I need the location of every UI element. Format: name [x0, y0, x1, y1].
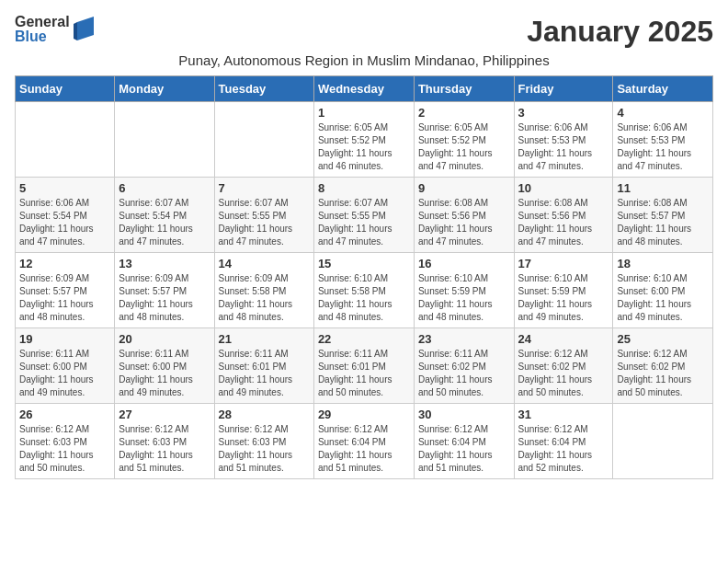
day-info: Sunrise: 6:05 AM Sunset: 5:52 PM Dayligh… — [318, 121, 410, 173]
day-info: Sunrise: 6:12 AM Sunset: 6:04 PM Dayligh… — [318, 423, 410, 475]
calendar-week-3: 12Sunrise: 6:09 AM Sunset: 5:57 PM Dayli… — [16, 253, 713, 328]
day-number: 6 — [119, 181, 210, 195]
logo-blue-text: Blue — [15, 29, 70, 44]
calendar-cell: 15Sunrise: 6:10 AM Sunset: 5:58 PM Dayli… — [313, 253, 414, 328]
calendar-cell: 22Sunrise: 6:11 AM Sunset: 6:01 PM Dayli… — [313, 328, 414, 404]
day-info: Sunrise: 6:10 AM Sunset: 6:00 PM Dayligh… — [617, 272, 709, 324]
day-number: 26 — [19, 408, 110, 421]
day-info: Sunrise: 6:07 AM Sunset: 5:55 PM Dayligh… — [219, 197, 310, 248]
calendar-cell: 13Sunrise: 6:09 AM Sunset: 5:57 PM Dayli… — [115, 253, 214, 328]
column-header-saturday: Saturday — [613, 76, 713, 102]
calendar-week-5: 26Sunrise: 6:12 AM Sunset: 6:03 PM Dayli… — [16, 404, 713, 479]
calendar-cell: 18Sunrise: 6:10 AM Sunset: 6:00 PM Dayli… — [613, 253, 713, 328]
day-info: Sunrise: 6:09 AM Sunset: 5:58 PM Dayligh… — [219, 272, 310, 324]
day-number: 31 — [518, 408, 609, 421]
column-headers: SundayMondayTuesdayWednesdayThursdayFrid… — [16, 76, 713, 102]
day-info: Sunrise: 6:11 AM Sunset: 6:01 PM Dayligh… — [318, 348, 410, 399]
calendar-cell: 31Sunrise: 6:12 AM Sunset: 6:04 PM Dayli… — [514, 404, 613, 479]
day-number: 30 — [418, 408, 510, 421]
day-number: 20 — [119, 332, 210, 346]
day-info: Sunrise: 6:09 AM Sunset: 5:57 PM Dayligh… — [19, 272, 110, 324]
day-number: 23 — [418, 332, 510, 346]
calendar-cell: 7Sunrise: 6:07 AM Sunset: 5:55 PM Daylig… — [214, 178, 313, 253]
calendar-cell — [214, 102, 313, 178]
day-number: 12 — [19, 257, 110, 270]
day-number: 13 — [119, 257, 210, 270]
calendar-cell: 3Sunrise: 6:06 AM Sunset: 5:53 PM Daylig… — [514, 102, 613, 178]
day-info: Sunrise: 6:12 AM Sunset: 6:02 PM Dayligh… — [617, 348, 709, 399]
day-info: Sunrise: 6:11 AM Sunset: 6:00 PM Dayligh… — [19, 348, 110, 399]
day-number: 28 — [219, 408, 310, 421]
calendar-cell: 23Sunrise: 6:11 AM Sunset: 6:02 PM Dayli… — [414, 328, 514, 404]
day-info: Sunrise: 6:07 AM Sunset: 5:55 PM Dayligh… — [318, 197, 410, 248]
calendar-cell: 12Sunrise: 6:09 AM Sunset: 5:57 PM Dayli… — [16, 253, 115, 328]
day-info: Sunrise: 6:08 AM Sunset: 5:56 PM Dayligh… — [418, 197, 510, 248]
calendar-cell — [16, 102, 115, 178]
column-header-sunday: Sunday — [16, 76, 115, 102]
day-number: 16 — [418, 257, 510, 270]
calendar-cell: 24Sunrise: 6:12 AM Sunset: 6:02 PM Dayli… — [514, 328, 613, 404]
day-info: Sunrise: 6:10 AM Sunset: 5:58 PM Dayligh… — [318, 272, 410, 324]
calendar-cell: 25Sunrise: 6:12 AM Sunset: 6:02 PM Dayli… — [613, 328, 713, 404]
day-info: Sunrise: 6:10 AM Sunset: 5:59 PM Dayligh… — [418, 272, 510, 324]
day-number: 3 — [518, 106, 609, 120]
calendar-cell: 14Sunrise: 6:09 AM Sunset: 5:58 PM Dayli… — [214, 253, 313, 328]
day-number: 5 — [19, 181, 110, 195]
day-info: Sunrise: 6:05 AM Sunset: 5:52 PM Dayligh… — [418, 121, 510, 173]
day-info: Sunrise: 6:06 AM Sunset: 5:53 PM Dayligh… — [518, 121, 609, 173]
day-info: Sunrise: 6:12 AM Sunset: 6:04 PM Dayligh… — [518, 423, 609, 475]
month-title: January 2025 — [527, 15, 713, 49]
day-number: 18 — [617, 257, 709, 270]
calendar-cell: 5Sunrise: 6:06 AM Sunset: 5:54 PM Daylig… — [16, 178, 115, 253]
day-number: 9 — [418, 181, 510, 195]
calendar-week-1: 1Sunrise: 6:05 AM Sunset: 5:52 PM Daylig… — [16, 102, 713, 178]
day-number: 21 — [219, 332, 310, 346]
day-number: 22 — [318, 332, 410, 346]
calendar-cell: 21Sunrise: 6:11 AM Sunset: 6:01 PM Dayli… — [214, 328, 313, 404]
day-number: 15 — [318, 257, 410, 270]
calendar-cell: 26Sunrise: 6:12 AM Sunset: 6:03 PM Dayli… — [16, 404, 115, 479]
column-header-thursday: Thursday — [414, 76, 514, 102]
logo-icon — [74, 17, 94, 42]
day-number: 29 — [318, 408, 410, 421]
calendar-cell: 4Sunrise: 6:06 AM Sunset: 5:53 PM Daylig… — [613, 102, 713, 178]
calendar-cell: 29Sunrise: 6:12 AM Sunset: 6:04 PM Dayli… — [313, 404, 414, 479]
column-header-tuesday: Tuesday — [214, 76, 313, 102]
day-number: 7 — [219, 181, 310, 195]
day-info: Sunrise: 6:12 AM Sunset: 6:03 PM Dayligh… — [19, 423, 110, 475]
header: General Blue January 2025 — [15, 15, 713, 49]
calendar-cell: 11Sunrise: 6:08 AM Sunset: 5:57 PM Dayli… — [613, 178, 713, 253]
calendar-cell: 30Sunrise: 6:12 AM Sunset: 6:04 PM Dayli… — [414, 404, 514, 479]
day-number: 14 — [219, 257, 310, 270]
day-info: Sunrise: 6:07 AM Sunset: 5:54 PM Dayligh… — [119, 197, 210, 248]
day-info: Sunrise: 6:09 AM Sunset: 5:57 PM Dayligh… — [119, 272, 210, 324]
day-info: Sunrise: 6:10 AM Sunset: 5:59 PM Dayligh… — [518, 272, 609, 324]
calendar-cell: 8Sunrise: 6:07 AM Sunset: 5:55 PM Daylig… — [313, 178, 414, 253]
day-number: 17 — [518, 257, 609, 270]
calendar-cell — [115, 102, 214, 178]
column-header-monday: Monday — [115, 76, 214, 102]
svg-marker-1 — [74, 22, 77, 40]
calendar-cell: 17Sunrise: 6:10 AM Sunset: 5:59 PM Dayli… — [514, 253, 613, 328]
calendar-cell: 6Sunrise: 6:07 AM Sunset: 5:54 PM Daylig… — [115, 178, 214, 253]
day-number: 4 — [617, 106, 709, 120]
calendar-cell: 10Sunrise: 6:08 AM Sunset: 5:56 PM Dayli… — [514, 178, 613, 253]
day-number: 11 — [617, 181, 709, 195]
calendar-cell: 16Sunrise: 6:10 AM Sunset: 5:59 PM Dayli… — [414, 253, 514, 328]
day-number: 27 — [119, 408, 210, 421]
day-info: Sunrise: 6:12 AM Sunset: 6:03 PM Dayligh… — [119, 423, 210, 475]
day-info: Sunrise: 6:12 AM Sunset: 6:02 PM Dayligh… — [518, 348, 609, 399]
day-number: 25 — [617, 332, 709, 346]
day-number: 19 — [19, 332, 110, 346]
calendar-cell: 1Sunrise: 6:05 AM Sunset: 5:52 PM Daylig… — [313, 102, 414, 178]
day-info: Sunrise: 6:11 AM Sunset: 6:00 PM Dayligh… — [119, 348, 210, 399]
calendar-week-4: 19Sunrise: 6:11 AM Sunset: 6:00 PM Dayli… — [16, 328, 713, 404]
day-info: Sunrise: 6:06 AM Sunset: 5:54 PM Dayligh… — [19, 197, 110, 248]
calendar-cell: 28Sunrise: 6:12 AM Sunset: 6:03 PM Dayli… — [214, 404, 313, 479]
calendar-cell: 2Sunrise: 6:05 AM Sunset: 5:52 PM Daylig… — [414, 102, 514, 178]
calendar-cell: 27Sunrise: 6:12 AM Sunset: 6:03 PM Dayli… — [115, 404, 214, 479]
day-info: Sunrise: 6:06 AM Sunset: 5:53 PM Dayligh… — [617, 121, 709, 173]
day-info: Sunrise: 6:08 AM Sunset: 5:56 PM Dayligh… — [518, 197, 609, 248]
column-header-friday: Friday — [514, 76, 613, 102]
calendar-cell: 20Sunrise: 6:11 AM Sunset: 6:00 PM Dayli… — [115, 328, 214, 404]
